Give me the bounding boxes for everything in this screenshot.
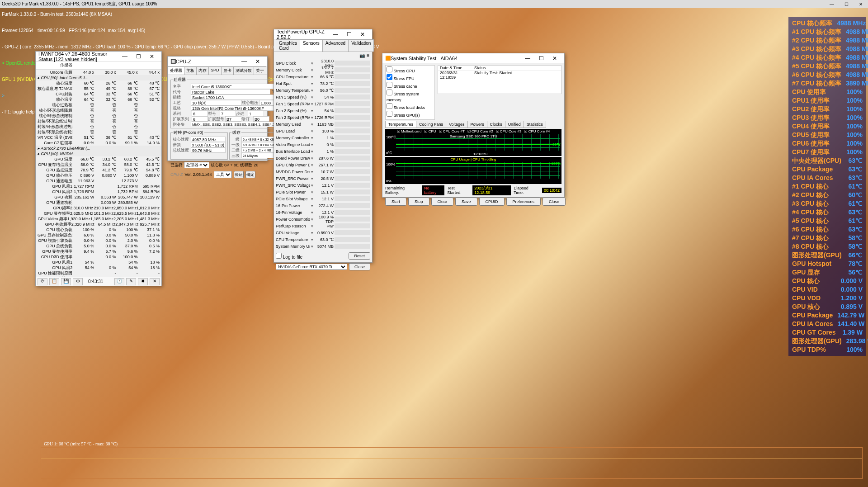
aida-chart-tab[interactable]: Temperatures [385,121,416,128]
chevron-down-icon[interactable]: ▾ [310,203,314,208]
cpuz-tab[interactable]: 处理器 [168,66,184,75]
chevron-down-icon[interactable]: ▾ [310,217,314,222]
maximize-icon[interactable]: ☐ [132,53,145,60]
cpuz-validate-button[interactable]: 验证 [234,171,244,178]
close-icon[interactable]: ✕ [548,55,561,61]
minimize-button[interactable]: — [825,2,839,7]
gpuz-device-select[interactable]: NVIDIA GeForce RTX 4070 Ti [276,264,347,270]
aida-stress-check[interactable]: Stress system memory [387,90,434,103]
hwinfo-tool-btn[interactable]: 💾 [61,278,71,285]
maximize-icon[interactable]: ☐ [534,55,548,61]
chevron-down-icon[interactable]: ▾ [310,156,314,161]
aida-chart-tab[interactable]: Statistics [524,121,546,128]
hwinfo-tool-btn[interactable]: 🕐 [114,278,124,285]
hwinfo-group[interactable]: ▸ GPU [#0]: NVIDIA: [36,151,161,156]
aida-start-button[interactable]: Start [385,198,406,206]
chevron-down-icon[interactable]: ▾ [310,115,314,120]
menu-icon[interactable]: ≡ [367,53,369,58]
aida-chart-tab[interactable]: Powers [467,121,487,128]
aida-chart-tab[interactable]: Unified [505,121,524,128]
chevron-down-icon[interactable]: ▾ [310,68,314,72]
chevron-down-icon[interactable]: ▾ [310,176,314,181]
chevron-down-icon[interactable]: ▾ [310,129,314,133]
hwinfo-titlebar[interactable]: HWiNFO64 v7.26-4800 Sensor Status [123 v… [36,52,161,61]
minimize-icon[interactable]: — [237,58,251,65]
gpuz-log-checkbox[interactable]: Log to file [276,253,302,260]
hwinfo-group[interactable]: ▸ ASRock Z790 LiveMixer (... [36,146,161,151]
aida-stress-check[interactable]: Stress CPU [387,66,434,74]
chevron-down-icon[interactable]: ▾ [310,231,314,235]
aida-stress-check[interactable]: Stress cache [387,82,434,90]
chevron-down-icon[interactable]: ▾ [310,210,314,215]
close-icon[interactable]: ✕ [145,53,159,60]
chevron-down-icon[interactable]: ▾ [310,75,314,79]
aida-clear-button[interactable]: Clear [431,198,454,206]
gpuz-titlebar[interactable]: TechPowerUp GPU-Z 2.52.0 — ☐ ✕ [274,29,372,39]
cpuz-tools-dd[interactable]: 工具 [214,171,232,178]
gpuz-tab[interactable]: Advanced [322,39,349,52]
aida-close-button[interactable]: Close [542,198,566,206]
chevron-down-icon[interactable]: ▾ [310,61,314,66]
aida-legend-item[interactable]: Motherboard [397,129,422,133]
chevron-down-icon[interactable]: ▾ [310,197,314,201]
hwinfo-tool-btn[interactable]: ✖ [138,278,148,285]
cpuz-proc-select[interactable]: 处理器 #1 [184,162,209,168]
gpuz-tab[interactable]: Validation [348,39,374,52]
aida-cpuid-button[interactable]: CPUID [479,198,505,206]
cpuz-ok-button[interactable]: 确定 [245,171,255,178]
chevron-down-icon[interactable]: ▾ [310,109,314,113]
chevron-down-icon[interactable]: ▾ [310,149,314,154]
aida-chart-tab[interactable]: Cooling Fans [416,121,446,128]
close-icon[interactable]: ✕ [251,58,264,65]
aida-preferences-button[interactable]: Preferences [506,198,541,206]
chevron-down-icon[interactable]: ▾ [310,190,314,194]
chevron-down-icon[interactable]: ▾ [310,163,314,167]
chevron-down-icon[interactable]: ▾ [310,224,314,228]
maximize-button[interactable]: ☐ [839,2,854,7]
aida-titlebar[interactable]: 🟧 System Stability Test - AIDA64 — ☐ ✕ [382,53,564,63]
aida-stress-check[interactable]: Stress local disks [387,103,434,111]
chevron-down-icon[interactable]: ▾ [310,170,314,174]
hwinfo-tool-btn[interactable]: 📋 [49,278,59,285]
chevron-down-icon[interactable]: ▾ [310,237,314,242]
chevron-down-icon[interactable]: ▾ [310,88,314,93]
aida-save-button[interactable]: Save [455,198,477,206]
maximize-icon[interactable]: ☐ [342,31,356,38]
aida-legend-item[interactable]: CPU [424,129,436,133]
gpuz-tab[interactable]: Sensors [300,39,323,52]
chevron-down-icon[interactable]: ▾ [310,81,314,86]
minimize-icon[interactable]: — [118,53,132,60]
chevron-down-icon[interactable]: ▾ [310,95,314,99]
minimize-icon[interactable]: — [329,31,342,38]
aida-stress-check[interactable]: Stress FPU [387,74,434,82]
cpuz-tab[interactable]: SPD [208,66,222,75]
cpuz-titlebar[interactable]: 🔲 CPU-Z — ✕ [168,57,267,66]
aida-legend-item[interactable]: CPU Core #3 [496,129,522,133]
hwinfo-tool-btn[interactable]: ⚙ [73,278,83,285]
cpuz-tab[interactable]: 主板 [184,66,197,75]
gpuz-close-button[interactable]: Close [349,263,370,270]
gpuz-tab[interactable]: Graphics Card [276,39,300,52]
aida-stop-button[interactable]: Stop [408,198,429,206]
aida-legend-item[interactable]: CPU Core #2 [467,129,493,133]
aida-legend-item[interactable]: CPU Core #T [439,129,465,133]
cpuz-tab[interactable]: 测试分数 [233,66,254,75]
cpuz-tab[interactable]: 关于 [254,66,266,75]
hwinfo-group[interactable]: ▸ CPU [#0]: Intel Core i5-1... [36,75,161,80]
cpuz-tab[interactable]: 内存 [196,66,209,75]
chevron-down-icon[interactable]: ▾ [310,244,314,249]
hwinfo-tool-btn[interactable]: ⟳ [38,278,47,285]
hwinfo-tool-btn[interactable]: ✕ [150,278,160,285]
aida-legend-item[interactable]: CPU Core #4 [524,129,550,133]
chevron-down-icon[interactable]: ▾ [310,122,314,127]
close-button[interactable]: ✕ [854,2,868,7]
aida-chart-tab[interactable]: Clocks [487,121,505,128]
minimize-icon[interactable]: — [521,55,534,61]
gpuz-reset-button[interactable]: Reset [349,252,370,260]
chevron-down-icon[interactable]: ▾ [310,136,314,140]
chevron-down-icon[interactable]: ▾ [310,142,314,147]
aida-chart-tab[interactable]: Voltages [446,121,468,128]
chevron-down-icon[interactable]: ▾ [310,183,314,188]
chevron-down-icon[interactable]: ▾ [310,102,314,106]
close-icon[interactable]: ✕ [356,31,369,38]
